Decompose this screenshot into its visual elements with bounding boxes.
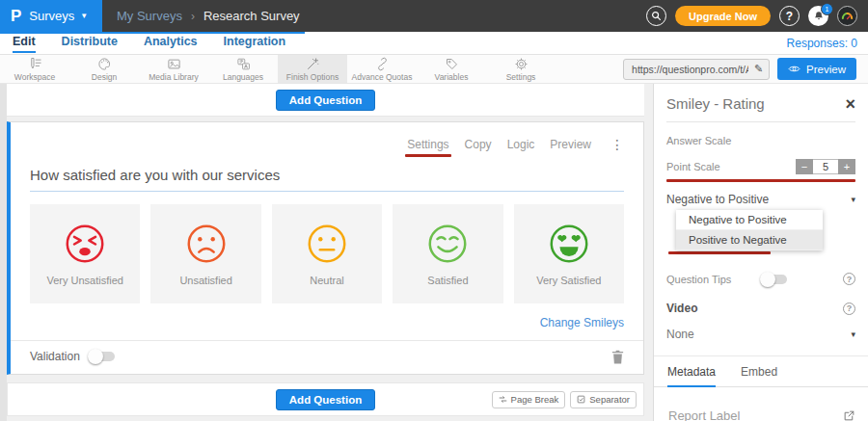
insert-controls: Page Break Separator [492, 383, 637, 415]
annotation-underline-option [668, 251, 771, 254]
question-tab-settings[interactable]: Settings [407, 138, 448, 156]
smiley-option-unsatisfied[interactable]: Unsatisfied [150, 204, 260, 303]
breadcrumb-my-surveys[interactable]: My Surveys [117, 9, 182, 23]
toolbar-item-workspace[interactable]: Workspace [0, 55, 69, 83]
toolbar-item-variables[interactable]: Variables [417, 55, 486, 83]
finish-options-wand-icon [306, 57, 320, 71]
trash-icon[interactable] [611, 350, 624, 364]
media-library-icon [167, 57, 181, 71]
point-scale-stepper: − 5 + [796, 159, 855, 174]
menu-option-negative-to-positive[interactable]: Negative to Positive [676, 210, 823, 230]
point-scale-value[interactable]: 5 [813, 159, 838, 174]
add-question-button-top[interactable]: Add Question [276, 90, 375, 111]
top-header: P Surveys ▼ My Surveys › Research Survey… [0, 0, 868, 32]
question-tips-toggle[interactable] [762, 275, 787, 284]
question-tips-label: Question Tips [666, 274, 731, 285]
breadcrumb: My Surveys › Research Survey [117, 9, 300, 23]
launch-icon[interactable] [843, 409, 855, 421]
video-label: Video [666, 302, 697, 315]
change-smileys-link[interactable]: Change Smileys [30, 316, 624, 329]
decrease-button[interactable]: − [796, 159, 813, 174]
kebab-menu-icon[interactable]: ⋮ [610, 137, 624, 157]
question-settings-panel: Smiley - Rating × Answer Scale Point Sca… [653, 84, 868, 421]
scale-direction-select[interactable]: Negative to Positive ▾ [666, 193, 855, 210]
question-title[interactable]: How satisfied are you with our services [30, 167, 624, 183]
scale-direction-menu: Negative to Positive Positive to Negativ… [676, 210, 823, 250]
menu-option-positive-to-negative[interactable]: Positive to Negative [676, 230, 823, 250]
validation-toggle[interactable] [90, 352, 115, 361]
smiley-unsatisfied-icon [184, 222, 229, 266]
avatar[interactable] [837, 6, 857, 26]
search-button[interactable] [646, 6, 666, 26]
left-scrollbar[interactable] [0, 84, 7, 421]
content-area: Add Question Settings Copy Logic Preview… [0, 84, 868, 421]
smiley-option-neutral[interactable]: Neutral [272, 204, 382, 303]
tab-metadata[interactable]: Metadata [667, 365, 716, 387]
advance-quotas-link-icon [375, 57, 390, 71]
edit-toolbar: Workspace Design Media Library Languages [0, 55, 868, 84]
increase-button[interactable]: + [838, 159, 855, 174]
help-button[interactable]: ? [779, 6, 800, 26]
close-icon[interactable]: × [845, 97, 855, 111]
add-question-button-bottom[interactable]: Add Question [276, 389, 375, 410]
video-help-icon[interactable]: ? [843, 303, 855, 315]
smiley-option-very-satisfied[interactable]: Very Satisfied [514, 204, 624, 303]
add-question-top-bar: Add Question [7, 84, 644, 117]
nav-tab-edit[interactable]: Edit [13, 33, 36, 53]
smiley-satisfied-icon [425, 222, 470, 266]
preview-button-label: Preview [806, 64, 846, 75]
question-tab-logic[interactable]: Logic [507, 138, 535, 156]
toolbar-item-design[interactable]: Design [69, 55, 139, 83]
nav-tab-distribute[interactable]: Distribute [62, 33, 118, 53]
toolbar-item-finish-options[interactable]: Finish Options [278, 55, 347, 83]
separator-button[interactable]: Separator [570, 391, 637, 408]
smiley-neutral-icon [305, 222, 349, 266]
edit-url-pencil-icon[interactable]: ✎ [754, 63, 763, 75]
point-scale-label: Point Scale [666, 161, 720, 172]
report-label-input[interactable] [666, 408, 843, 421]
question-tips-help-icon[interactable]: ? [843, 273, 855, 285]
chevron-down-icon: ▾ [851, 195, 855, 204]
notifications-button[interactable]: 1 [808, 6, 828, 26]
breadcrumb-separator: › [191, 10, 195, 23]
separator-checkbox-icon [577, 395, 585, 404]
chevron-down-icon: ▾ [851, 329, 855, 339]
panel-title: Smiley - Rating [666, 95, 765, 112]
question-tab-preview[interactable]: Preview [550, 138, 591, 156]
survey-url-input[interactable] [630, 63, 750, 76]
upgrade-now-button[interactable]: Upgrade Now [675, 6, 771, 26]
questionpro-logo: P [11, 8, 21, 24]
languages-icon [236, 57, 251, 71]
survey-editor-main: Add Question Settings Copy Logic Preview… [7, 84, 653, 421]
toolbar-item-languages[interactable]: Languages [208, 55, 278, 83]
toolbar-item-settings[interactable]: Settings [486, 55, 556, 83]
responses-count[interactable]: Responses: 0 [787, 37, 868, 50]
toolbar-item-advance-quotas[interactable]: Advance Quotas [347, 55, 417, 83]
toolbar-item-media-library[interactable]: Media Library [139, 55, 208, 83]
nav-tab-analytics[interactable]: Analytics [144, 33, 198, 53]
gauge-avatar-image [839, 8, 855, 24]
breadcrumb-current-survey: Research Survey [203, 9, 300, 23]
video-select-value: None [666, 328, 694, 341]
validation-label: Validation [30, 350, 80, 363]
validation-row: Validation [30, 341, 624, 372]
tab-embed[interactable]: Embed [741, 365, 777, 386]
nav-items: Edit Distribute Analytics Integration [0, 33, 285, 53]
smiley-very-unsatisfied-icon [63, 222, 107, 266]
settings-gear-icon [514, 57, 529, 71]
scale-direction-value: Negative to Positive [666, 193, 769, 206]
smiley-option-very-unsatisfied[interactable]: Very Unsatisfied [30, 204, 140, 303]
smiley-option-satisfied[interactable]: Satisfied [393, 204, 502, 303]
question-title-underline [30, 191, 624, 192]
product-menu[interactable]: P Surveys ▼ [0, 0, 102, 32]
question-tab-copy[interactable]: Copy [465, 138, 492, 156]
survey-nav-bar: Edit Distribute Analytics Integration Re… [0, 32, 868, 55]
question-card-tabs: Settings Copy Logic Preview ⋮ [30, 122, 624, 157]
page-break-button[interactable]: Page Break [492, 391, 566, 408]
nav-tab-integration[interactable]: Integration [224, 33, 286, 53]
preview-button[interactable]: Preview [777, 58, 856, 80]
add-question-bottom-bar: Add Question Page Break Separator [7, 382, 644, 416]
design-palette-icon [97, 57, 112, 71]
video-select[interactable]: None ▾ [666, 328, 855, 341]
eye-icon [788, 63, 800, 75]
